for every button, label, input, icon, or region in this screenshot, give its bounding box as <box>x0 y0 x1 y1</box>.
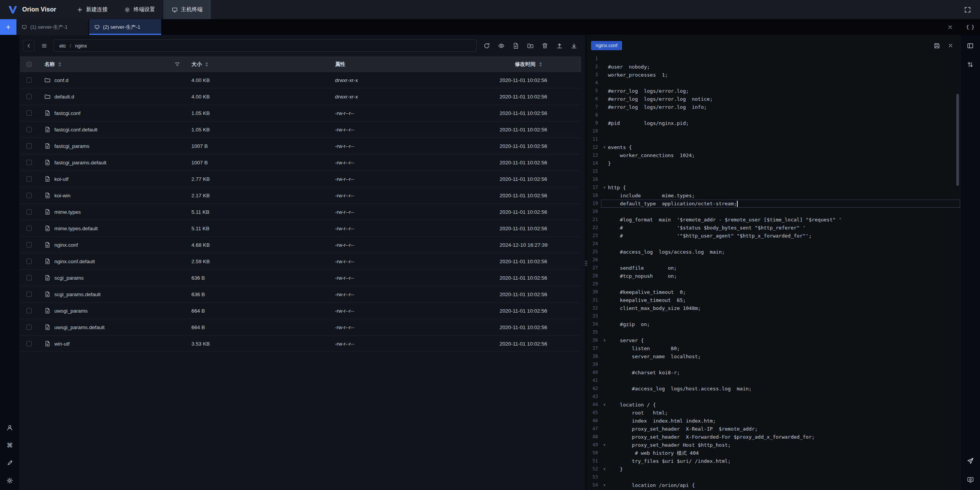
code-line[interactable]: 13 worker_connections 1024; <box>587 151 960 159</box>
refresh-icon[interactable] <box>483 43 490 49</box>
sort-size-icon[interactable] <box>205 62 208 67</box>
code-line[interactable]: 39 <box>587 361 960 369</box>
row-checkbox[interactable] <box>26 127 32 132</box>
breadcrumb-segment[interactable]: etc <box>59 43 66 49</box>
send-command-icon[interactable] <box>960 453 980 469</box>
new-file-icon[interactable] <box>513 43 519 49</box>
code-line[interactable]: 9#pid logs/nginx.pid; <box>587 119 960 127</box>
fold-chevron-icon[interactable]: ∨ <box>601 481 608 489</box>
code-line[interactable]: 36∨ server { <box>587 336 960 344</box>
file-row[interactable]: conf.d 4.00 KB drwxr-xr-x 2020-11-01 10:… <box>20 72 581 88</box>
code-line[interactable]: 51 try_files $uri $uri/ /index.html; <box>587 457 960 465</box>
file-row[interactable]: fastcgi.conf.default 1.05 KB -rw-r--r-- … <box>20 121 581 138</box>
file-name-cell[interactable]: uwsgi_params <box>38 308 191 314</box>
fold-chevron-icon[interactable]: ∨ <box>601 441 608 449</box>
file-row[interactable]: nginx.conf.default 2.59 KB -rw-r--r-- 20… <box>20 253 581 270</box>
code-line[interactable]: 18 include mime.types; <box>587 192 960 200</box>
swap-sort-icon[interactable] <box>960 57 980 72</box>
theme-brush-icon[interactable] <box>0 455 20 470</box>
code-line[interactable]: 41 <box>587 377 960 385</box>
fullscreen-icon[interactable] <box>961 3 974 16</box>
file-row[interactable]: scgi_params 636 B -rw-r--r-- 2020-11-01 … <box>20 270 581 286</box>
code-line[interactable]: 14} <box>587 159 960 167</box>
row-checkbox[interactable] <box>26 275 32 280</box>
row-checkbox[interactable] <box>26 176 32 182</box>
code-line[interactable]: 7#error_log logs/error.log info; <box>587 103 960 111</box>
file-row[interactable]: scgi_params.default 636 B -rw-r--r-- 202… <box>20 286 581 303</box>
code-line[interactable]: 11 <box>587 135 960 143</box>
code-line[interactable]: 2#user nobody; <box>587 63 960 71</box>
code-line[interactable]: 40 #charset koi8-r; <box>587 369 960 377</box>
row-checkbox[interactable] <box>26 292 32 297</box>
code-line[interactable]: 23 # '"$http_user_agent" "$http_x_forwar… <box>587 232 960 240</box>
back-button[interactable] <box>23 40 34 51</box>
column-size[interactable]: 大小 <box>191 61 335 68</box>
file-row[interactable]: default.d 4.00 KB drwxr-xr-x 2020-11-01 … <box>20 88 581 105</box>
preview-eye-icon[interactable] <box>498 43 505 49</box>
code-line[interactable]: 6#error_log logs/error.log notice; <box>587 95 960 103</box>
file-row[interactable]: win-utf 3.53 KB -rw-r--r-- 2020-11-01 10… <box>20 336 581 352</box>
file-name-cell[interactable]: fastcgi_params.default <box>38 159 191 166</box>
code-line[interactable]: 30 #keepalive_timeout 0; <box>587 288 960 296</box>
file-row[interactable]: fastcgi_params.default 1007 B -rw-r--r--… <box>20 154 581 171</box>
code-line[interactable]: 20 <box>587 208 960 216</box>
code-line[interactable]: 49∨ proxy_set_header Host $http_host; <box>587 441 960 449</box>
code-line[interactable]: 26 <box>587 256 960 264</box>
row-checkbox[interactable] <box>26 226 32 231</box>
tab-server-2[interactable]: (2) server-生产-1 <box>89 19 161 35</box>
file-name-cell[interactable]: win-utf <box>38 341 191 347</box>
tab-server-1[interactable]: (1) server-生产-1 <box>16 19 88 35</box>
code-line[interactable]: 32 client_max_body_size 1048m; <box>587 304 960 312</box>
file-name-cell[interactable]: uwsgi_params.default <box>38 324 191 330</box>
code-line[interactable]: 24 <box>587 240 960 248</box>
code-line[interactable]: 3worker_processes 1; <box>587 71 960 79</box>
code-line[interactable]: 22 # '$status $body_bytes_sent "$http_re… <box>587 224 960 232</box>
file-name-cell[interactable]: fastcgi.conf.default <box>38 126 191 133</box>
code-line[interactable]: 47 proxy_set_header X-Real-IP $remote_ad… <box>587 425 960 433</box>
editor-scrollbar-thumb[interactable] <box>956 94 959 186</box>
code-line[interactable]: 44∨ location / { <box>587 401 960 409</box>
file-name-cell[interactable]: scgi_params <box>38 275 191 281</box>
code-line[interactable]: 50 # web history 模式 404 <box>587 449 960 457</box>
file-name-cell[interactable]: scgi_params.default <box>38 291 191 297</box>
row-checkbox[interactable] <box>26 324 32 330</box>
file-name-cell[interactable]: mime.types <box>38 209 191 215</box>
file-row[interactable]: uwsgi_params.default 664 B -rw-r--r-- 20… <box>20 319 581 336</box>
screen-capture-icon[interactable] <box>960 472 980 487</box>
user-profile-icon[interactable] <box>0 420 20 435</box>
file-name-cell[interactable]: koi-win <box>38 192 191 198</box>
code-line[interactable]: 12∨events { <box>587 143 960 151</box>
row-checkbox[interactable] <box>26 209 32 215</box>
file-row[interactable]: uwsgi_params 664 B -rw-r--r-- 2020-11-01… <box>20 303 581 319</box>
column-name[interactable]: 名称 <box>38 61 191 68</box>
code-line[interactable]: 53 <box>587 473 960 481</box>
code-line[interactable]: 25 #access_log logs/access.log main; <box>587 248 960 256</box>
sort-name-icon[interactable] <box>58 62 61 67</box>
upload-icon[interactable] <box>556 43 563 49</box>
file-row[interactable]: nginx.conf 4.68 KB -rw-r--r-- 2024-12-10… <box>20 237 581 253</box>
row-checkbox[interactable] <box>26 143 32 149</box>
menu-new-connection[interactable]: 新建连接 <box>69 0 116 19</box>
fold-chevron-icon[interactable]: ∨ <box>601 184 608 192</box>
code-line[interactable]: 48 proxy_set_header X-Forwarded-For $pro… <box>587 433 960 441</box>
row-checkbox[interactable] <box>26 341 32 346</box>
code-line[interactable]: 15 <box>587 167 960 175</box>
panel-layout-icon[interactable] <box>960 38 980 53</box>
code-line[interactable]: 21 #log_format main '$remote_addr - $rem… <box>587 216 960 224</box>
file-name-cell[interactable]: conf.d <box>38 77 191 83</box>
code-line[interactable]: 16 <box>587 175 960 184</box>
code-line[interactable]: 19 default_type application/octet-stream… <box>587 200 960 208</box>
column-mtime[interactable]: 修改时间 <box>500 61 581 68</box>
row-checkbox[interactable] <box>26 259 32 264</box>
code-line[interactable]: 5#error_log logs/error.log; <box>587 87 960 95</box>
code-line[interactable]: 45 root html; <box>587 409 960 417</box>
code-editor[interactable]: 12#user nobody;3worker_processes 1;45#er… <box>587 55 960 490</box>
file-name-cell[interactable]: nginx.conf.default <box>38 258 191 264</box>
row-checkbox[interactable] <box>26 77 32 83</box>
code-line[interactable]: 52∨ } <box>587 465 960 473</box>
filter-funnel-icon[interactable] <box>175 62 180 67</box>
column-attrs[interactable]: 属性 <box>335 61 500 68</box>
close-sftp-panel-icon[interactable] <box>944 19 956 35</box>
file-name-cell[interactable]: fastcgi.conf <box>38 110 191 116</box>
file-row[interactable]: mime.types 5.11 KB -rw-r--r-- 2020-11-01… <box>20 204 581 220</box>
